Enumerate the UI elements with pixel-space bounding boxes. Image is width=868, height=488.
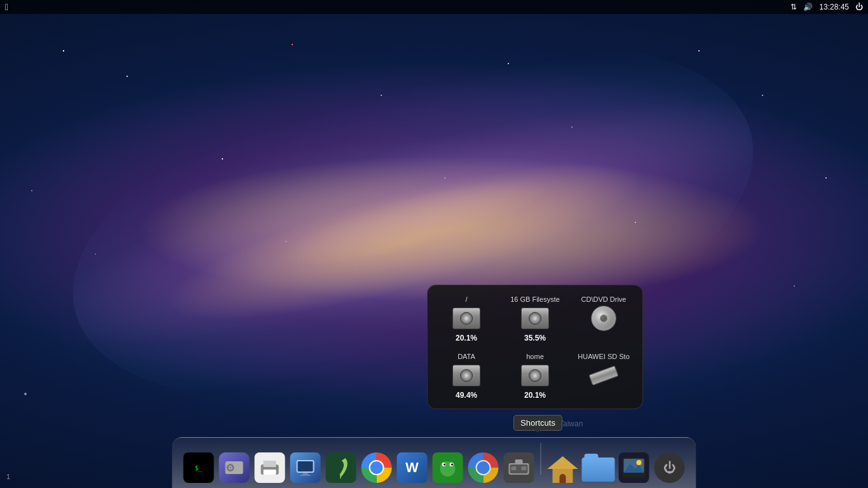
dock-item-power[interactable]: ⏻: [653, 451, 686, 488]
dock-item-quill[interactable]: [325, 451, 358, 488]
print-icon: [254, 451, 287, 484]
disk-icon-data: [451, 363, 482, 388]
disk-icon-16gb: [520, 306, 550, 331]
power-icon-inner: ⏻: [654, 452, 685, 483]
power-icon: ⏻: [653, 451, 686, 484]
dock: $_: [172, 437, 696, 488]
svg-point-18: [444, 464, 445, 466]
dock-item-frogger[interactable]: [431, 451, 465, 488]
disk-icon-home-disk: [520, 363, 550, 388]
taiwan-label: Taiwan: [559, 419, 583, 428]
disk-item-root[interactable]: / 20.1%: [434, 292, 499, 345]
dock-item-chrome1[interactable]: [360, 451, 393, 488]
hdd-platter: [460, 312, 473, 325]
apple-logo-icon[interactable]: : [5, 3, 8, 11]
disk-label-huawei: HUAWEI SD Sto: [578, 353, 630, 360]
dock-item-word[interactable]: W: [396, 451, 429, 488]
frogger-icon-inner: [433, 452, 463, 483]
disk-usage-16gb: 35.5%: [524, 334, 546, 342]
volume-icon: 🔊: [803, 3, 813, 11]
svg-rect-23: [512, 466, 517, 470]
disk-usage-root: 20.1%: [456, 334, 477, 342]
shortcuts-folder-icon: [582, 451, 615, 484]
folder-shape: [582, 454, 615, 482]
chrome2-icon: [467, 451, 500, 484]
disk-icon-huawei: [588, 363, 619, 388]
disk-item-home[interactable]: home 20.1%: [503, 349, 567, 402]
home-shape: [548, 452, 578, 483]
svg-rect-24: [522, 466, 527, 470]
print-svg: [259, 458, 281, 477]
svg-line-12: [341, 475, 341, 478]
menubar-right: ⇅ 🔊 13:28:45 ⏻: [790, 3, 863, 11]
word-icon: W: [396, 451, 429, 484]
hdd-icon-data: [452, 365, 480, 386]
svg-point-3: [230, 467, 231, 468]
workspace-indicator: 1: [6, 473, 10, 480]
chrome-circle-2: [468, 452, 499, 483]
quill-icon: [325, 451, 358, 484]
frogger-svg: [437, 456, 459, 479]
chrome1-icon: [360, 451, 393, 484]
disk-icon-root: [451, 306, 482, 331]
disk-usage-home: 20.1%: [524, 391, 546, 400]
disk-label-home: home: [526, 353, 544, 360]
disk-utility-svg: [224, 459, 245, 477]
vnc-icon: [289, 451, 322, 484]
svg-rect-7: [276, 466, 279, 468]
hdd-icon: [452, 308, 480, 329]
quill-icon-inner: [326, 452, 356, 483]
dock-item-home[interactable]: [546, 451, 580, 488]
terminal-icon: $_: [182, 451, 215, 484]
svg-point-28: [637, 460, 642, 465]
disk-item-huawei[interactable]: HUAWEI SD Sto: [571, 349, 636, 402]
photos-icon: [618, 451, 651, 484]
network-icon: ⇅: [790, 3, 797, 11]
disk-label-data: DATA: [458, 353, 475, 360]
home-door: [560, 474, 566, 483]
menubar:  ⇅ 🔊 13:28:45 ⏻: [0, 0, 868, 14]
svg-rect-11: [301, 475, 311, 476]
hdd-platter-16gb: [529, 312, 541, 325]
home-icon: [546, 451, 580, 484]
clock: 13:28:45: [819, 3, 849, 11]
hdd-icon-16gb: [521, 308, 549, 329]
svg-rect-6: [264, 470, 276, 475]
folder-back: [582, 458, 615, 482]
word-label: W: [405, 459, 419, 476]
vnc-svg: [295, 459, 316, 477]
photos-icon-inner: [619, 452, 649, 483]
dock-item-terminal[interactable]: $_: [182, 451, 215, 488]
svg-rect-9: [298, 461, 313, 471]
dock-separator: [541, 443, 541, 475]
dock-item-vnc[interactable]: [289, 451, 322, 488]
terminal-icon-inner: $_: [184, 452, 214, 483]
disk-usage-data: 49.4%: [456, 391, 477, 400]
disk-label-cdvd: CD\DVD Drive: [581, 295, 627, 303]
disk-widget: / 20.1% 16 GB Filesyste 35.5% CD\DVD Dri…: [427, 285, 643, 409]
home-body: [553, 469, 573, 483]
dock-item-photos[interactable]: [618, 451, 651, 488]
vnc-icon-inner: [290, 452, 321, 483]
home-roof: [548, 456, 578, 469]
word-icon-inner: W: [397, 452, 428, 483]
dock-item-disk-utility[interactable]: [218, 451, 251, 488]
usb-icon: [588, 365, 619, 386]
dock-item-shortcuts[interactable]: [582, 451, 615, 488]
power-menu-icon[interactable]: ⏻: [855, 3, 863, 11]
disk-item-data[interactable]: DATA 49.4%: [434, 349, 499, 402]
smb-icon: [503, 451, 536, 484]
disk-item-cdvd[interactable]: CD\DVD Drive: [571, 292, 636, 345]
svg-point-19: [451, 464, 453, 466]
disk-item-16gb[interactable]: 16 GB Filesyste 35.5%: [503, 292, 567, 345]
dvd-icon: [591, 306, 616, 331]
dock-item-smb[interactable]: [503, 451, 536, 488]
svg-rect-22: [515, 459, 523, 464]
shortcuts-tooltip: Shortcuts: [513, 415, 562, 431]
hdd-icon-home: [521, 365, 549, 386]
print-icon-inner: [255, 452, 285, 483]
smb-icon-inner: [504, 452, 534, 483]
smb-svg: [508, 458, 531, 477]
dock-item-print[interactable]: [254, 451, 287, 488]
dock-item-chrome2[interactable]: [467, 451, 500, 488]
